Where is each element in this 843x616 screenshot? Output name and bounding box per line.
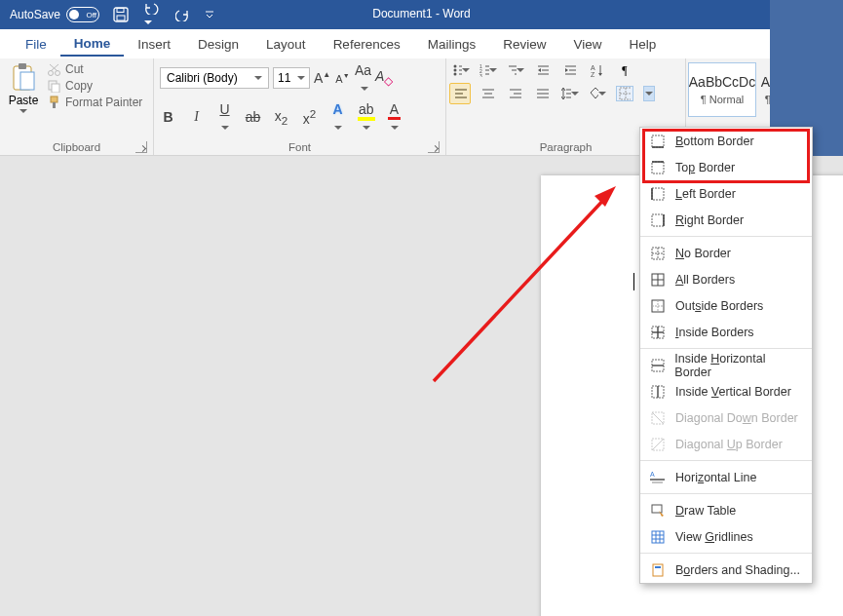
shading-button[interactable] — [589, 86, 606, 101]
menu-label: No Border — [675, 247, 731, 260]
group-font-label: Font — [160, 139, 440, 153]
svg-point-17 — [454, 65, 457, 68]
redo-icon[interactable] — [175, 8, 191, 21]
copy-button[interactable]: Copy — [47, 79, 142, 93]
dialog-launcher-icon[interactable] — [428, 141, 440, 153]
borders-shading-icon — [650, 562, 666, 578]
menu-top-border[interactable]: Top Border — [640, 154, 812, 180]
highlight-button[interactable]: ab — [358, 101, 374, 133]
svg-point-19 — [454, 73, 457, 76]
svg-text:3: 3 — [479, 73, 482, 77]
svg-rect-1 — [117, 9, 124, 13]
inside-borders-icon — [650, 325, 666, 340]
menu-inside-h-border[interactable]: Inside Horizontal Border — [640, 352, 812, 378]
menu-no-border[interactable]: No Border — [640, 240, 812, 266]
change-case-button[interactable]: Aa — [355, 62, 371, 94]
undo-icon[interactable] — [142, 1, 162, 28]
menu-label: Outside Borders — [675, 299, 763, 313]
decrease-indent-button[interactable] — [534, 62, 552, 78]
increase-indent-button[interactable] — [561, 62, 579, 78]
tab-mailings[interactable]: Mailings — [414, 33, 490, 56]
strikethrough-button[interactable]: ab — [245, 109, 261, 125]
font-size-combo[interactable]: 11 — [273, 67, 310, 89]
style-normal[interactable]: AaBbCcDc ¶ Normal — [688, 62, 756, 117]
bullets-button[interactable] — [452, 62, 470, 78]
tab-references[interactable]: References — [320, 33, 414, 56]
menu-bottom-border[interactable]: Bottom Border — [640, 128, 812, 154]
tab-layout[interactable]: Layout — [252, 33, 320, 56]
autosave-toggle[interactable]: Off — [66, 7, 99, 22]
svg-rect-14 — [52, 84, 59, 93]
svg-rect-99 — [655, 566, 661, 568]
inside-v-border-icon — [650, 384, 666, 400]
align-center-button[interactable] — [479, 86, 497, 101]
show-marks-button[interactable]: ¶ — [616, 62, 633, 78]
save-icon[interactable] — [113, 7, 129, 22]
menu-outside-borders[interactable]: Outside Borders — [640, 292, 812, 319]
menu-view-gridlines[interactable]: View Gridlines — [640, 523, 812, 550]
borders-button[interactable] — [616, 86, 633, 101]
justify-button[interactable] — [534, 86, 552, 101]
format-painter-button[interactable]: Format Painter — [47, 96, 142, 109]
menu-label: Draw Table — [675, 504, 736, 518]
borders-dropdown-button[interactable] — [643, 86, 655, 101]
svg-rect-7 — [19, 63, 26, 69]
tab-insert[interactable]: Insert — [124, 33, 184, 56]
autosave-label: AutoSave — [10, 8, 60, 21]
font-color-button[interactable]: A — [386, 101, 402, 133]
outside-borders-icon — [650, 298, 666, 314]
menu-all-borders[interactable]: All Borders — [640, 266, 812, 292]
italic-button[interactable]: I — [188, 109, 205, 125]
menu-label: Inside Borders — [675, 326, 754, 339]
all-borders-icon — [650, 272, 666, 288]
titlebar: AutoSave Off Document1 - Word Search — [0, 0, 843, 29]
underline-button[interactable]: U — [216, 101, 233, 133]
svg-rect-98 — [653, 564, 663, 576]
menu-inside-borders[interactable]: Inside Borders — [640, 319, 812, 345]
svg-rect-15 — [51, 96, 57, 102]
svg-point-10 — [56, 71, 60, 76]
diag-down-icon — [650, 410, 666, 426]
tab-help[interactable]: Help — [616, 33, 671, 56]
menu-label: Inside Vertical Border — [675, 385, 791, 399]
text-effects-button[interactable]: A — [329, 101, 346, 133]
tab-view[interactable]: View — [559, 33, 615, 56]
superscript-button[interactable]: x2 — [301, 107, 318, 127]
menu-left-border[interactable]: Left Border — [640, 180, 812, 207]
tab-home[interactable]: Home — [60, 32, 125, 57]
font-name-combo[interactable]: Calibri (Body) — [160, 67, 269, 89]
multilevel-button[interactable] — [507, 62, 524, 78]
menu-draw-table[interactable]: Draw Table — [640, 497, 812, 523]
svg-rect-61 — [652, 135, 664, 147]
tab-file[interactable]: File — [12, 33, 60, 56]
clear-formatting-button[interactable]: A◇ — [375, 68, 392, 88]
grow-font-button[interactable]: A▲ — [314, 70, 330, 86]
numbering-button[interactable]: 123 — [479, 62, 497, 78]
style-normal-label: ¶ Normal — [701, 94, 744, 105]
dialog-launcher-icon[interactable] — [135, 141, 147, 153]
top-border-icon — [650, 160, 666, 175]
scissors-icon — [47, 62, 60, 76]
qat-more-icon[interactable] — [205, 10, 214, 19]
cut-button[interactable]: Cut — [47, 62, 142, 76]
menu-horizontal-line[interactable]: A Horizontal Line — [640, 464, 812, 490]
paste-button[interactable]: Paste — [6, 62, 41, 113]
svg-line-88 — [652, 439, 664, 450]
subscript-button[interactable]: x2 — [273, 108, 289, 127]
bold-button[interactable]: B — [160, 109, 176, 125]
menu-borders-shading[interactable]: Borders and Shading... — [640, 557, 812, 583]
menu-label: Right Border — [675, 213, 744, 227]
shrink-font-button[interactable]: A▼ — [334, 72, 351, 85]
line-spacing-button[interactable] — [561, 86, 579, 101]
sort-button[interactable]: AZ — [589, 62, 606, 78]
svg-line-86 — [652, 412, 664, 424]
group-clipboard-label: Clipboard — [6, 139, 147, 153]
menu-right-border[interactable]: Right Border — [640, 207, 812, 233]
menu-inside-v-border[interactable]: Inside Vertical Border — [640, 378, 812, 404]
align-right-button[interactable] — [507, 86, 524, 101]
tab-design[interactable]: Design — [184, 33, 252, 56]
menu-label: View Gridlines — [675, 530, 753, 544]
menu-label: Borders and Shading... — [675, 563, 800, 577]
tab-review[interactable]: Review — [489, 33, 559, 56]
text-cursor — [633, 273, 634, 290]
